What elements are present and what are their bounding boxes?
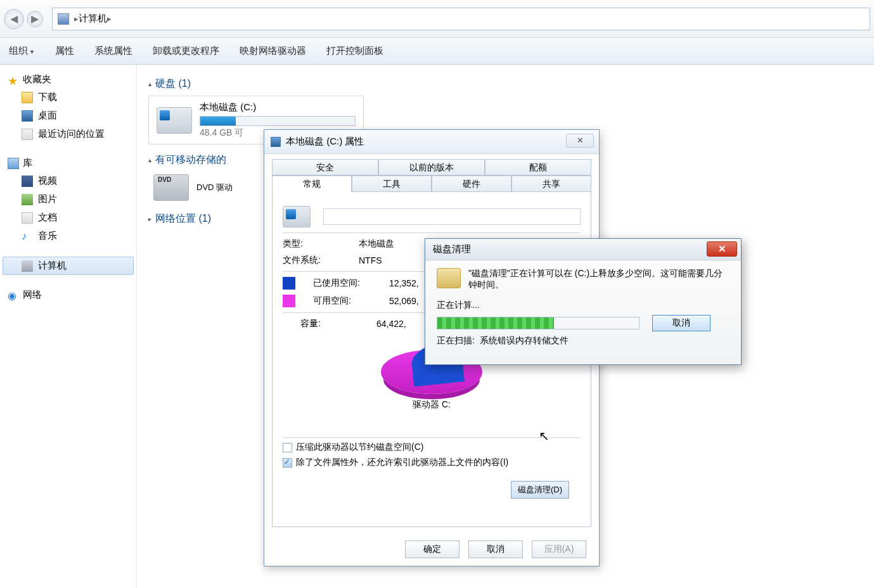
dialog-title: 磁盘清理 — [433, 243, 471, 255]
calculating-label: 正在计算... — [437, 300, 729, 311]
drive-usage-bar — [200, 116, 356, 126]
tab-hardware[interactable]: 硬件 — [432, 176, 511, 192]
video-icon — [22, 176, 33, 187]
used-label: 已使用空间: — [313, 278, 376, 289]
collapse-icon: ▴ — [148, 80, 151, 87]
sidebar-downloads[interactable]: 下载 — [3, 88, 134, 106]
type-value: 本地磁盘 — [359, 238, 394, 250]
cleanup-message: "磁盘清理"正在计算可以在 (C:)上释放多少空间。这可能需要几分钟时间。 — [468, 268, 729, 291]
tab-tools[interactable]: 工具 — [352, 176, 432, 192]
nav-forward-button[interactable]: ▶ — [27, 11, 43, 27]
toolbar-uninstall[interactable]: 卸载或更改程序 — [153, 45, 219, 57]
sidebar-documents[interactable]: 文档 — [3, 208, 134, 227]
sidebar: ★收藏夹 下载 桌面 最近访问的位置 库 视频 图片 文档 ♪音乐 计算机 ◉网… — [0, 65, 137, 588]
index-checkbox-row[interactable]: 除了文件属性外，还允许索引此驱动器上文件的内容(I) — [283, 457, 581, 468]
network-icon: ◉ — [8, 290, 19, 301]
filesystem-label: 文件系统: — [283, 255, 346, 266]
picture-icon — [22, 194, 33, 205]
folder-icon — [22, 92, 33, 103]
used-color-swatch — [283, 277, 295, 290]
cleanup-icon — [437, 268, 461, 288]
tab-general[interactable]: 常规 — [272, 176, 352, 192]
toolbar-system-properties[interactable]: 系统属性 — [94, 45, 132, 57]
sidebar-libraries[interactable]: 库 — [3, 155, 134, 172]
ok-button[interactable]: 确定 — [405, 540, 459, 558]
sidebar-computer[interactable]: 计算机 — [3, 257, 134, 275]
sidebar-music[interactable]: ♪音乐 — [3, 227, 134, 245]
address-bar[interactable]: ▸ 计算机 ▸ — [52, 8, 870, 30]
cancel-button[interactable]: 取消 — [468, 540, 523, 558]
drive-letter-label: 驱动器 C: — [283, 399, 581, 411]
close-button[interactable]: ✕ — [566, 134, 594, 148]
drive-icon — [157, 107, 192, 134]
cancel-button[interactable]: 取消 — [652, 315, 710, 331]
toolbar-properties[interactable]: 属性 — [55, 45, 74, 57]
free-label: 可用空间: — [313, 295, 376, 307]
tab-sharing[interactable]: 共享 — [511, 176, 591, 192]
sidebar-video[interactable]: 视频 — [3, 172, 134, 190]
breadcrumb-segment[interactable]: 计算机 — [79, 13, 107, 25]
checkbox-checked-icon[interactable] — [283, 458, 292, 468]
sidebar-desktop[interactable]: 桌面 — [3, 106, 134, 125]
recent-icon — [22, 129, 33, 140]
progress-bar — [437, 317, 639, 329]
drive-name: 本地磁盘 (C:) — [200, 101, 356, 113]
sidebar-recent[interactable]: 最近访问的位置 — [3, 125, 134, 143]
address-bar-row: ◀ ▶ ▸ 计算机 ▸ — [0, 0, 874, 38]
checkbox-icon[interactable] — [283, 443, 292, 452]
disk-cleanup-dialog: 磁盘清理 ✕ "磁盘清理"正在计算可以在 (C:)上释放多少空间。这可能需要几分… — [425, 238, 742, 365]
sidebar-pictures[interactable]: 图片 — [3, 190, 134, 208]
toolbar-control-panel[interactable]: 打开控制面板 — [326, 45, 383, 57]
desktop-icon — [22, 110, 33, 122]
drive-icon — [271, 137, 281, 147]
drive-label-input[interactable] — [323, 208, 581, 225]
chevron-right-icon: ▸ — [107, 14, 112, 23]
dialog-titlebar[interactable]: 磁盘清理 ✕ — [425, 239, 741, 260]
compress-checkbox-row[interactable]: 压缩此驱动器以节约磁盘空间(C) — [283, 442, 581, 453]
expand-icon: ▸ — [148, 215, 151, 222]
capacity-label: 容量: — [300, 318, 364, 329]
sidebar-network[interactable]: ◉网络 — [3, 286, 134, 304]
computer-icon — [22, 260, 33, 272]
filesystem-value: NTFS — [359, 255, 382, 265]
chevron-right-icon: ▸ — [74, 14, 79, 23]
star-icon: ★ — [8, 74, 19, 86]
computer-icon — [58, 13, 69, 25]
scanning-value: 系统错误内存转储文件 — [480, 335, 569, 345]
apply-button[interactable]: 应用(A) — [532, 540, 586, 558]
dialog-title: 本地磁盘 (C:) 属性 — [286, 136, 364, 148]
drive-name: DVD 驱动 — [196, 182, 233, 193]
used-value: 12,352, — [389, 278, 419, 288]
scanning-label: 正在扫描: — [437, 335, 475, 345]
free-color-swatch — [283, 295, 295, 307]
library-icon — [8, 158, 19, 169]
drive-icon — [283, 206, 311, 227]
toolbar-map-drive[interactable]: 映射网络驱动器 — [240, 45, 306, 57]
toolbar-organize[interactable]: 组织▼ — [9, 45, 35, 57]
tab-quota[interactable]: 配额 — [485, 159, 591, 176]
collapse-icon: ▴ — [148, 157, 151, 163]
dialog-titlebar[interactable]: 本地磁盘 (C:) 属性 ✕ — [264, 130, 599, 154]
music-icon: ♪ — [22, 231, 33, 242]
type-label: 类型: — [283, 238, 346, 250]
tabs-row-bottom: 常规 工具 硬件 共享 — [272, 176, 591, 192]
group-hdd[interactable]: ▴硬盘 (1) — [148, 77, 863, 91]
dvd-icon — [153, 174, 189, 201]
sidebar-favorites[interactable]: ★收藏夹 — [3, 71, 134, 88]
drive-dvd[interactable]: DVD 驱动 — [148, 172, 238, 203]
tabs-row-top: 安全 以前的版本 配额 — [272, 159, 591, 176]
toolbar: 组织▼ 属性 系统属性 卸载或更改程序 映射网络驱动器 打开控制面板 — [0, 38, 874, 65]
nav-back-button[interactable]: ◀ — [4, 9, 24, 29]
document-icon — [22, 212, 33, 224]
capacity-value: 64,422, — [376, 319, 406, 329]
free-value: 52,069, — [389, 296, 419, 306]
dialog-buttons: 确定 取消 应用(A) — [405, 540, 586, 558]
disk-cleanup-button[interactable]: 磁盘清理(D) — [511, 481, 569, 499]
tab-security[interactable]: 安全 — [272, 159, 378, 176]
tab-previous-versions[interactable]: 以前的版本 — [378, 159, 485, 176]
close-button[interactable]: ✕ — [707, 241, 737, 257]
